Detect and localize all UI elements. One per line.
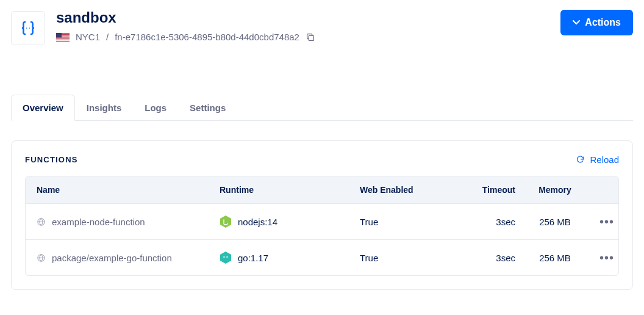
more-icon[interactable]: ••• bbox=[599, 252, 614, 264]
th-web-enabled: Web Enabled bbox=[360, 185, 463, 195]
cell-runtime: go:1.17 bbox=[220, 251, 360, 264]
table-row: package/example-go-function go:1.17 True… bbox=[26, 240, 618, 275]
th-memory: Memory bbox=[521, 185, 589, 195]
svg-point-17 bbox=[224, 257, 224, 258]
cell-timeout: 3sec bbox=[463, 217, 521, 227]
braces-icon bbox=[19, 19, 37, 37]
subtitle-row: NYC1 / fn-e7186c1e-5306-4895-b80d-44d0cb… bbox=[56, 32, 315, 42]
title-block: sandbox NYC1 / fn-e7186c1 bbox=[56, 10, 315, 42]
globe-icon bbox=[37, 217, 46, 226]
go-icon bbox=[220, 251, 232, 264]
cell-timeout: 3sec bbox=[463, 253, 521, 263]
panel-title: FUNCTIONS bbox=[25, 155, 78, 164]
svg-rect-8 bbox=[56, 40, 70, 41]
cell-memory: 256 MB bbox=[521, 253, 589, 263]
cell-runtime: nodejs:14 bbox=[220, 215, 360, 228]
tab-logs[interactable]: Logs bbox=[133, 95, 178, 121]
cell-web-enabled: True bbox=[360, 253, 463, 263]
more-icon[interactable]: ••• bbox=[599, 215, 614, 228]
actions-button[interactable]: Actions bbox=[560, 10, 633, 35]
functions-app-icon bbox=[11, 11, 45, 45]
tab-settings[interactable]: Settings bbox=[178, 95, 237, 121]
cell-actions: ••• bbox=[589, 252, 619, 264]
panel-header: FUNCTIONS Reload bbox=[25, 154, 619, 165]
cell-memory: 256 MB bbox=[521, 217, 589, 227]
svg-marker-12 bbox=[220, 215, 231, 228]
cell-actions: ••• bbox=[589, 215, 619, 228]
cell-name: example-node-function bbox=[37, 217, 220, 227]
cell-name: package/example-go-function bbox=[37, 253, 220, 263]
copy-icon[interactable] bbox=[306, 32, 315, 42]
header-left: sandbox NYC1 / fn-e7186c1 bbox=[11, 10, 315, 45]
runtime-label: nodejs:14 bbox=[238, 217, 277, 227]
region-label: NYC1 bbox=[76, 32, 100, 42]
svg-rect-9 bbox=[56, 33, 62, 38]
page-header: sandbox NYC1 / fn-e7186c1 bbox=[11, 10, 633, 45]
tab-insights[interactable]: Insights bbox=[75, 95, 134, 121]
svg-point-18 bbox=[227, 257, 227, 258]
th-runtime: Runtime bbox=[220, 185, 360, 195]
tab-overview[interactable]: Overview bbox=[11, 95, 75, 121]
us-flag-icon bbox=[56, 33, 70, 42]
svg-marker-14 bbox=[220, 252, 231, 264]
reload-label: Reload bbox=[590, 154, 619, 165]
nodejs-icon bbox=[220, 215, 232, 228]
function-name[interactable]: package/example-go-function bbox=[52, 253, 172, 263]
functions-table: Name Runtime Web Enabled Timeout Memory … bbox=[25, 176, 619, 276]
globe-icon bbox=[37, 253, 46, 262]
cell-web-enabled: True bbox=[360, 217, 463, 227]
svg-rect-7 bbox=[56, 39, 70, 40]
functions-panel: FUNCTIONS Reload Name Runtime Web Enable… bbox=[11, 140, 633, 290]
table-row: example-node-function nodejs:14 True 3se… bbox=[26, 204, 618, 240]
reload-button[interactable]: Reload bbox=[576, 154, 619, 165]
svg-rect-6 bbox=[56, 37, 70, 38]
runtime-label: go:1.17 bbox=[238, 253, 268, 263]
function-id: fn-e7186c1e-5306-4895-b80d-44d0cbd748a2 bbox=[115, 32, 299, 42]
svg-point-0 bbox=[26, 27, 27, 29]
reload-icon bbox=[576, 155, 585, 164]
svg-point-1 bbox=[29, 27, 30, 29]
th-name: Name bbox=[37, 185, 220, 195]
tabs: Overview Insights Logs Settings bbox=[11, 94, 633, 121]
th-timeout: Timeout bbox=[463, 185, 521, 195]
table-header: Name Runtime Web Enabled Timeout Memory bbox=[26, 176, 618, 204]
page-title: sandbox bbox=[56, 10, 315, 26]
separator: / bbox=[106, 32, 109, 42]
function-name[interactable]: example-node-function bbox=[52, 217, 145, 227]
actions-label: Actions bbox=[585, 17, 621, 28]
svg-rect-10 bbox=[309, 35, 313, 40]
chevron-down-icon bbox=[573, 20, 580, 25]
